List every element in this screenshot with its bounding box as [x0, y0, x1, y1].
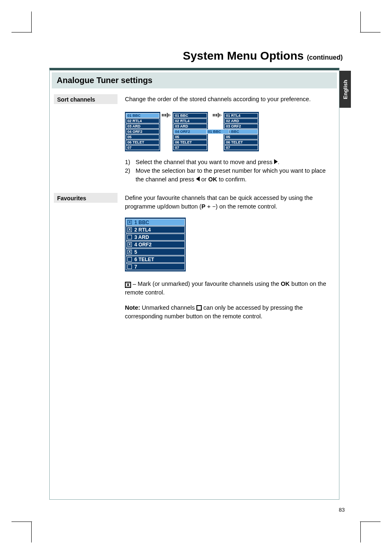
channel-line: 07 — [173, 145, 207, 150]
desc-sort: Change the order of the stored channels … — [118, 94, 335, 108]
checkbox-checked-icon — [127, 227, 132, 232]
channel-line: 02 RTL4 — [126, 118, 159, 123]
channel-line: 04 ORF2 — [126, 129, 159, 134]
step-text: Select the channel that you want to move… — [136, 158, 339, 167]
sort-diagram: 01 BBC02 RTL403 ARD04 ORF20506 TELET07 0… — [50, 108, 339, 151]
title-main: System Menu Options — [183, 49, 304, 62]
crop-mark — [360, 522, 361, 542]
checkbox-checked-icon — [127, 220, 132, 225]
channel-line: 01 BBC — [126, 113, 159, 118]
checkbox-checked-icon — [127, 242, 132, 247]
row-sort: Sort channels Change the order of the st… — [50, 88, 339, 108]
label-favourites: Favourites — [54, 193, 118, 203]
channel-line: 06 TELET — [126, 140, 159, 145]
channel-line: 05 — [126, 134, 159, 139]
favourite-label: 4 ORF2 — [134, 242, 152, 248]
favourite-line: 5 — [126, 248, 185, 255]
favourite-line: 2 RTL4 — [126, 226, 185, 233]
empty-box-icon — [196, 305, 202, 311]
checkbox-checked-icon — [127, 250, 132, 254]
desc-favourites: Define your favourite channels that can … — [118, 193, 335, 215]
content-frame: Analogue Tuner settings Sort channels Ch… — [49, 68, 339, 500]
favourite-line: 3 ARD — [126, 234, 185, 241]
favourite-line: 7 — [126, 263, 185, 270]
section-header: Analogue Tuner settings — [52, 72, 337, 88]
favourite-line: 4 ORF2 — [126, 241, 185, 248]
checked-box-icon — [125, 282, 131, 288]
step-text: Move the selection bar to the preset num… — [136, 167, 339, 184]
favourite-line: 1 BBC — [126, 219, 185, 226]
checkbox-empty-icon — [127, 257, 132, 262]
arrow-icon — [162, 113, 171, 118]
favourite-label: 7 — [134, 264, 137, 270]
sort-steps: 1) Select the channel that you want to m… — [50, 151, 339, 184]
favourite-label: 5 — [134, 249, 137, 255]
channel-line: 01 BBC — [173, 113, 207, 118]
channel-line: 07 — [224, 145, 258, 150]
crop-mark — [31, 12, 32, 32]
checkbox-empty-icon — [127, 235, 132, 239]
channel-box-1: 01 BBC02 RTL403 ARD04 ORF20506 TELET07 — [125, 112, 160, 151]
channel-line: 02 RTL4 — [173, 118, 207, 123]
channel-line: 04 BBC — [224, 129, 258, 134]
favourites-box: 1 BBC2 RTL43 ARD4 ORF256 TELET7 — [125, 218, 186, 271]
channel-line: 06 TELET — [173, 140, 207, 145]
channel-line: 07 — [126, 145, 159, 150]
crop-mark — [12, 522, 32, 522]
channel-line: 06 TELET — [224, 140, 258, 145]
label-sort-channels: Sort channels — [54, 94, 118, 104]
checkbox-empty-icon — [127, 264, 132, 269]
language-tab-label: English — [342, 80, 348, 99]
crop-mark — [360, 32, 380, 32]
float-channel: 01 BBC — [206, 129, 229, 134]
crop-mark — [31, 522, 32, 542]
channel-line: 02 ARD — [224, 118, 258, 123]
favourite-label: 1 BBC — [134, 220, 149, 225]
favourite-label: 2 RTL4 — [134, 227, 151, 233]
step-2: 2) Move the selection bar to the preset … — [125, 167, 339, 184]
channel-line: 04 ORF2 — [173, 129, 207, 134]
step-number: 2) — [125, 167, 136, 184]
page-number: 83 — [339, 507, 345, 513]
channel-line: 03 ORF2 — [224, 124, 258, 129]
favourite-label: 6 TELET — [134, 257, 154, 262]
channel-box-2: 01 BBC02 RTL403 ARD04 ORF20506 TELET07 — [173, 112, 208, 151]
step-number: 1) — [125, 158, 136, 167]
language-tab: English — [339, 71, 351, 108]
triangle-left-icon — [196, 176, 200, 181]
channel-line: 01 RTL4 — [224, 113, 258, 118]
favourite-line: 6 TELET — [126, 256, 185, 263]
page-title: System Menu Options (continued) — [183, 49, 343, 63]
title-suffix: (continued) — [307, 54, 343, 61]
channel-line: 05 — [224, 134, 258, 139]
favourite-label: 3 ARD — [134, 234, 149, 240]
channel-line: 03 ARD — [173, 124, 207, 129]
fav-intro: Define your favourite channels that can … — [125, 194, 332, 211]
triangle-right-icon — [274, 159, 278, 164]
sort-intro: Change the order of the stored channels … — [125, 95, 332, 104]
channel-line: 05 — [173, 134, 207, 139]
arrow-icon — [213, 113, 222, 118]
crop-mark — [360, 12, 361, 32]
row-favourites: Favourites Define your favourite channel… — [50, 184, 339, 215]
channel-line: 03 ARD — [126, 124, 159, 129]
step-1: 1) Select the channel that you want to m… — [125, 158, 339, 167]
crop-mark — [12, 32, 32, 32]
crop-mark — [360, 522, 380, 522]
fav-note: Note: Unmarked channels can only be acce… — [50, 297, 339, 321]
fav-mark-text: – Mark (or unmarked) your favourite chan… — [50, 271, 339, 297]
